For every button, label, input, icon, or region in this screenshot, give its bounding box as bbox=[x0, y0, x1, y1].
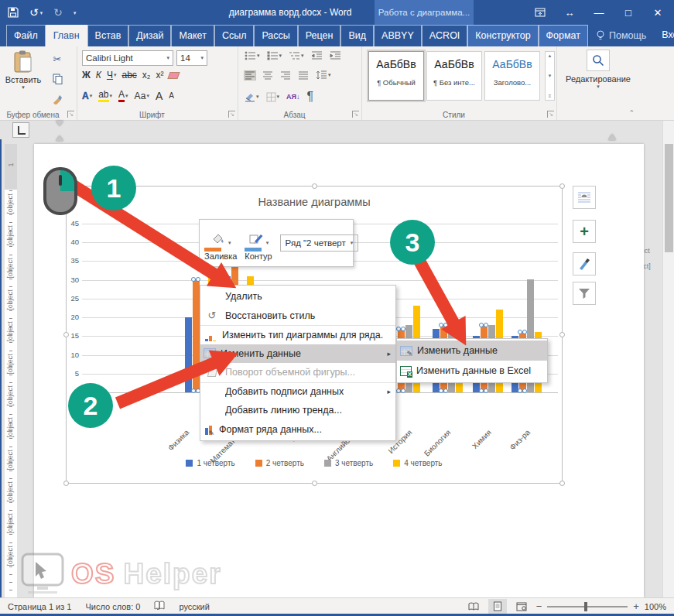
legend-item[interactable]: 1 четверть bbox=[186, 459, 234, 467]
ribbon-tab[interactable]: Ссыл bbox=[214, 25, 255, 46]
horizontal-ruler[interactable]: [object Object][object Object][object Ob… bbox=[0, 121, 674, 139]
chart-styles-button[interactable] bbox=[573, 252, 596, 275]
contextual-ribbon-tab[interactable]: Формат bbox=[539, 25, 588, 46]
ribbon-tab[interactable]: Рассы bbox=[254, 25, 297, 46]
justify-icon[interactable] bbox=[298, 71, 309, 80]
chart-elements-button[interactable]: + bbox=[573, 220, 596, 243]
chart-bar[interactable] bbox=[193, 279, 200, 392]
ribbon-tab[interactable]: Вид bbox=[340, 25, 374, 46]
submenu-item[interactable]: Изменить данные bbox=[397, 341, 547, 361]
styles-dialog-launcher-icon[interactable]: ↘ bbox=[547, 111, 554, 118]
font-color-button[interactable]: А▾ bbox=[118, 89, 128, 102]
proofing-icon[interactable] bbox=[154, 601, 165, 612]
context-menu-item[interactable]: Удалить bbox=[200, 287, 395, 306]
clear-formatting-icon[interactable] bbox=[168, 72, 180, 79]
font-name-select[interactable]: Calibri Light▾ bbox=[82, 50, 173, 66]
align-right-icon[interactable] bbox=[280, 71, 291, 80]
highlight-color-button[interactable]: ab▾ bbox=[98, 89, 112, 102]
borders-icon[interactable]: ▾ bbox=[266, 92, 280, 102]
ribbon-tab[interactable]: Встав bbox=[87, 25, 129, 46]
style-card[interactable]: АаБбВв ¶ Обычный bbox=[368, 51, 424, 101]
align-center-icon[interactable] bbox=[262, 71, 273, 80]
right-indent-marker[interactable] bbox=[608, 130, 616, 140]
align-left-icon[interactable] bbox=[245, 71, 255, 80]
show-formatting-marks-button[interactable]: ¶ bbox=[307, 90, 314, 104]
zoom-slider-thumb[interactable] bbox=[584, 602, 587, 611]
line-spacing-icon[interactable]: ▾ bbox=[316, 70, 331, 80]
resize-handle[interactable] bbox=[312, 183, 317, 189]
grow-font-button[interactable]: А bbox=[156, 90, 163, 102]
context-menu-item[interactable]: Добавить линию тренда... bbox=[200, 401, 395, 420]
sign-in-button[interactable]: Вход bbox=[654, 25, 674, 46]
zoom-level[interactable]: 100% bbox=[645, 602, 666, 611]
print-layout-button[interactable] bbox=[488, 599, 507, 614]
chart-element-select[interactable]: Ряд "2 четверт ▾ bbox=[280, 234, 359, 252]
ribbon-tab[interactable]: ACROI bbox=[422, 25, 468, 46]
tab-selector[interactable] bbox=[12, 122, 29, 138]
ribbon-display-options-icon[interactable] bbox=[529, 2, 552, 22]
context-menu-item[interactable]: Восстановить стиль bbox=[200, 306, 395, 326]
styles-scroll-down-icon[interactable]: ▼ bbox=[548, 74, 553, 78]
paste-caret-icon[interactable]: ▾ bbox=[5, 84, 42, 91]
shading-icon[interactable]: ▾ bbox=[245, 92, 259, 102]
context-menu-item[interactable]: Изменить тип диаграммы для ряда... bbox=[200, 325, 395, 344]
resize-handle[interactable] bbox=[559, 183, 565, 189]
undo-icon[interactable]: ↺▾ bbox=[29, 7, 43, 18]
legend-item[interactable]: 4 четверть bbox=[393, 459, 442, 467]
minimize-button[interactable]: — bbox=[587, 2, 611, 22]
collapse-ribbon-icon[interactable]: ⌃ bbox=[628, 109, 635, 117]
style-card[interactable]: АаБбВв ¶ Без инте... bbox=[426, 51, 482, 101]
chart-bar[interactable] bbox=[185, 317, 192, 392]
zoom-in-button[interactable]: + bbox=[633, 601, 639, 612]
fill-button[interactable]: ▾ Заливка bbox=[204, 226, 237, 261]
read-mode-button[interactable] bbox=[464, 599, 483, 614]
clipboard-dialog-launcher-icon[interactable]: ↘ bbox=[67, 111, 74, 118]
resize-handle[interactable] bbox=[559, 481, 565, 486]
restore-icon[interactable]: ↔ bbox=[558, 2, 581, 22]
superscript-button[interactable]: x² bbox=[156, 70, 163, 80]
editing-button[interactable]: Редактирование ▾ bbox=[557, 50, 639, 90]
tab-help[interactable]: Помощь bbox=[588, 25, 654, 46]
copy-icon[interactable] bbox=[48, 71, 67, 87]
ribbon-tab[interactable]: Главн bbox=[46, 25, 87, 46]
change-case-button[interactable]: Аа▾ bbox=[135, 91, 149, 101]
italic-button[interactable]: К bbox=[96, 70, 101, 80]
contextual-tab-banner[interactable]: Работа с диаграмма... bbox=[375, 0, 474, 25]
resize-handle[interactable] bbox=[312, 481, 317, 486]
paragraph-dialog-launcher-icon[interactable]: ↘ bbox=[352, 111, 359, 118]
contextual-ribbon-tab[interactable]: Конструктор bbox=[467, 25, 538, 46]
web-layout-button[interactable] bbox=[512, 599, 531, 614]
vertical-scrollbar[interactable] bbox=[662, 121, 674, 597]
paste-button[interactable]: Вставить ▾ bbox=[5, 50, 42, 106]
multilevel-list-icon[interactable]: ▾ bbox=[289, 51, 304, 60]
styles-scrollbar[interactable]: ▲ ▼ ≡ bbox=[545, 51, 555, 101]
shrink-font-button[interactable]: А bbox=[169, 91, 174, 100]
close-button[interactable]: ✕ bbox=[646, 2, 669, 22]
zoom-slider[interactable] bbox=[547, 606, 628, 607]
resize-handle[interactable] bbox=[63, 332, 69, 337]
legend-item[interactable]: 3 четверть bbox=[324, 459, 373, 467]
cut-icon[interactable]: ✂ bbox=[48, 51, 67, 67]
subscript-button[interactable]: x₂ bbox=[142, 70, 151, 80]
maximize-button[interactable]: □ bbox=[617, 2, 640, 22]
hanging-indent-marker[interactable] bbox=[56, 132, 63, 141]
submenu-item[interactable]: Изменить данные в Excel bbox=[397, 361, 547, 381]
font-dialog-launcher-icon[interactable]: ↘ bbox=[228, 111, 235, 118]
customize-qat-icon[interactable]: ▾ bbox=[74, 10, 77, 15]
styles-more-icon[interactable]: ≡ bbox=[549, 94, 552, 98]
font-size-select[interactable]: 14▾ bbox=[176, 50, 207, 66]
ribbon-tab[interactable]: Дизай bbox=[128, 25, 171, 46]
ribbon-tab[interactable]: Файл bbox=[6, 25, 46, 46]
chart-filters-button[interactable] bbox=[573, 282, 596, 305]
text-effects-button[interactable]: А▾ bbox=[82, 91, 92, 101]
decrease-indent-icon[interactable] bbox=[311, 51, 323, 60]
resize-handle[interactable] bbox=[63, 481, 69, 486]
format-painter-icon[interactable] bbox=[48, 91, 67, 107]
outline-button[interactable]: ▾ Контур bbox=[245, 226, 272, 261]
strikethrough-button[interactable]: abc bbox=[121, 70, 136, 80]
language-indicator[interactable]: русский bbox=[179, 602, 209, 611]
save-icon[interactable] bbox=[8, 7, 19, 18]
zoom-out-button[interactable]: − bbox=[536, 601, 542, 612]
ribbon-tab[interactable]: Макет bbox=[171, 25, 214, 46]
bullets-icon[interactable]: ▾ bbox=[245, 51, 260, 60]
